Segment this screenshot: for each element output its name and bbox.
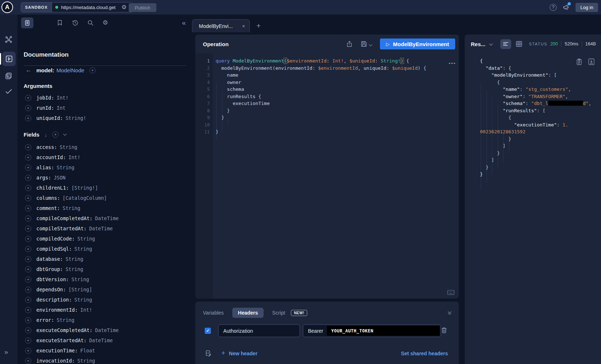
new-tab-icon[interactable]: + (256, 21, 261, 30)
argument-row[interactable]: + uniqueId: String! (24, 113, 191, 123)
checks-nav-icon[interactable] (5, 87, 13, 95)
add-field-icon[interactable]: + (25, 317, 31, 323)
tab-headers[interactable]: Headers (232, 308, 263, 318)
add-field-icon[interactable]: + (25, 358, 31, 364)
field-row[interactable]: + invocationId: String (24, 356, 191, 364)
new-header-button[interactable]: + New header (221, 349, 257, 357)
explorer-nav-icon[interactable] (2, 52, 16, 66)
publish-button[interactable]: Publish (129, 3, 156, 12)
add-field-icon[interactable]: + (25, 175, 31, 181)
add-all-fields-icon[interactable]: + (89, 67, 96, 73)
table-view-toggle-icon[interactable] (516, 41, 522, 47)
header-key-input[interactable]: Authorization (218, 324, 300, 337)
auth-token-value[interactable]: YOUR_AUTH_TOKEN (327, 326, 440, 336)
argument-row[interactable]: + runId: Int (24, 103, 191, 113)
collapse-panel-icon[interactable]: « (182, 19, 186, 27)
announcements-icon[interactable] (562, 4, 570, 11)
field-row[interactable]: + database: String (24, 254, 191, 264)
add-field-icon[interactable]: + (25, 337, 31, 344)
field-row[interactable]: + executeCompletedAt: DateTime (24, 325, 191, 335)
editor-options-icon[interactable]: ••• (449, 61, 456, 66)
copy-response-icon[interactable] (576, 58, 582, 65)
response-dropdown-chevron-icon[interactable] (489, 42, 493, 45)
operation-tab[interactable]: ModelByEnvi... × (192, 19, 250, 32)
field-row[interactable]: + compileCompletedAt: DateTime (24, 213, 191, 223)
add-field-icon[interactable]: + (25, 185, 31, 191)
tab-title[interactable]: ModelByEnvi... (199, 23, 239, 29)
field-row[interactable]: + dependsOn: [String] (24, 284, 191, 295)
field-row[interactable]: + accountId: Int! (24, 152, 191, 162)
field-row[interactable]: + executeStartedAt: DateTime (24, 335, 191, 345)
save-options-chevron-icon[interactable] (369, 43, 372, 46)
back-icon[interactable]: ← (25, 66, 32, 74)
add-field-icon[interactable]: + (25, 256, 31, 262)
field-row[interactable]: + access: String (24, 142, 191, 152)
field-row[interactable]: + args: JSON (24, 173, 191, 183)
add-field-icon[interactable]: + (25, 154, 31, 161)
endpoint-settings-icon[interactable]: ⚙ (121, 4, 127, 10)
response-dropdown[interactable]: Res... (471, 41, 485, 47)
download-response-icon[interactable] (588, 58, 594, 65)
help-icon[interactable]: ? (550, 4, 557, 11)
add-field-icon[interactable]: + (25, 327, 31, 333)
chevron-down-icon[interactable] (63, 132, 67, 136)
field-row[interactable]: + comment: String (24, 203, 191, 213)
field-row[interactable]: + description: String (24, 295, 191, 305)
endpoint-url[interactable]: https://metadata.cloud.get (61, 5, 119, 10)
search-icon[interactable] (87, 20, 94, 26)
response-json[interactable]: { "data": { "modelByEnvironment": [ { "n… (480, 57, 591, 178)
tab-variables[interactable]: Variables (203, 310, 224, 316)
login-button[interactable]: Log in (576, 3, 598, 12)
add-field-icon[interactable]: + (25, 266, 31, 272)
expand-rail-icon[interactable]: » (4, 348, 8, 356)
run-operation-button[interactable]: ▷ ModelByEnvironment (380, 39, 455, 49)
collections-nav-icon[interactable] (5, 72, 13, 80)
header-value-input[interactable]: Bearer YOUR_AUTH_TOKEN (303, 324, 441, 337)
preflight-script-icon[interactable] (205, 350, 211, 357)
add-field-icon[interactable]: + (25, 165, 31, 171)
add-field-icon[interactable]: + (25, 205, 31, 211)
query-editor[interactable]: 1234567891011 query ModelByEnvironment($… (195, 53, 459, 299)
sort-fields-icon[interactable]: ↓ (44, 132, 47, 138)
add-argument-icon[interactable]: + (25, 115, 31, 121)
add-field-icon[interactable]: + (25, 276, 31, 283)
raw-view-toggle-icon[interactable] (500, 39, 511, 49)
add-field-icon[interactable]: + (25, 195, 31, 201)
field-row[interactable]: + executionTime: Float (24, 345, 191, 356)
field-row[interactable]: + childrenL1: [String!] (24, 183, 191, 193)
field-row[interactable]: + environmentId: Int! (24, 305, 191, 315)
query-text[interactable]: query ModelByEnvironment($environmentId:… (216, 57, 426, 136)
endpoint-url-input[interactable]: https://metadata.cloud.get ⚙ (52, 3, 133, 12)
field-row[interactable]: + alias: String (24, 162, 191, 173)
close-tab-icon[interactable]: × (242, 23, 245, 29)
add-field-icon[interactable]: + (25, 215, 31, 222)
add-field-icon[interactable]: + (25, 246, 31, 252)
field-row[interactable]: + columns: [CatalogColumn] (24, 193, 191, 203)
field-row[interactable]: + compileStartedAt: DateTime (24, 223, 191, 234)
field-row[interactable]: + error: String (24, 315, 191, 325)
collapse-panel-chevrons-icon[interactable] (448, 310, 451, 314)
add-field-icon[interactable]: + (25, 348, 31, 354)
save-operation-icon[interactable] (361, 41, 367, 47)
header-enabled-checkbox[interactable]: ✓ (205, 328, 211, 334)
add-fields-icon[interactable]: + (52, 132, 59, 138)
add-field-icon[interactable]: + (25, 307, 31, 313)
field-row[interactable]: + compiledCode: String (24, 234, 191, 244)
add-argument-icon[interactable]: + (25, 95, 31, 101)
set-shared-headers-link[interactable]: Set shared headers (401, 351, 448, 356)
add-argument-icon[interactable]: + (25, 105, 31, 111)
saved-operations-icon[interactable] (57, 20, 63, 26)
field-row[interactable]: + dbtGroup: String (24, 264, 191, 274)
settings-icon[interactable]: ⚙ (103, 19, 108, 27)
tab-script[interactable]: Script (272, 310, 285, 316)
add-field-icon[interactable]: + (25, 144, 31, 150)
documentation-tab-icon[interactable] (21, 17, 33, 28)
delete-header-icon[interactable] (441, 327, 447, 333)
add-field-icon[interactable]: + (25, 287, 31, 293)
field-row[interactable]: + dbtVersion: String (24, 274, 191, 284)
history-icon[interactable] (72, 20, 79, 26)
share-operation-icon[interactable] (346, 41, 353, 47)
apollo-logo-icon[interactable]: A (1, 1, 13, 13)
add-field-icon[interactable]: + (25, 297, 31, 303)
argument-row[interactable]: + jobId: Int! (24, 93, 191, 103)
